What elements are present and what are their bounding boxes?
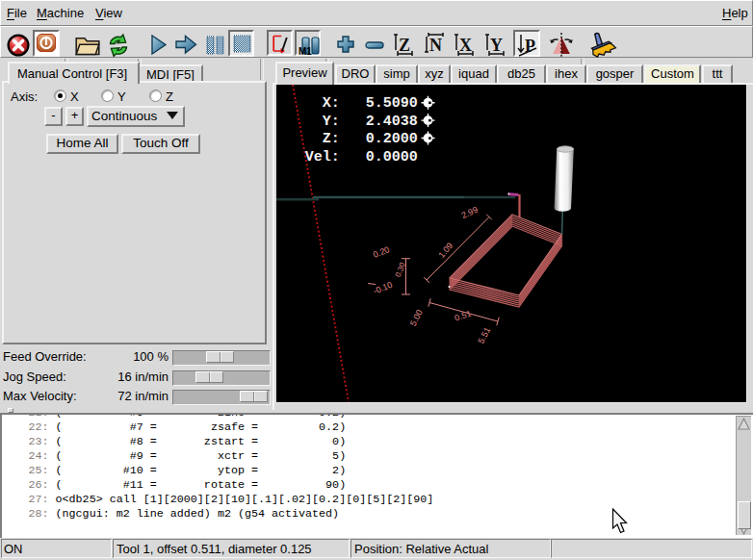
svg-text:5.51: 5.51 — [476, 326, 492, 345]
svg-text:X:: X: — [323, 95, 340, 112]
svg-text:0.30: 0.30 — [394, 261, 407, 278]
svg-text:0.20: 0.20 — [372, 244, 391, 260]
svg-text:5.5090: 5.5090 — [366, 95, 418, 112]
svg-text:0.51: 0.51 — [454, 309, 473, 323]
svg-text:1.09: 1.09 — [436, 241, 454, 260]
svg-text:X: X — [459, 36, 472, 55]
svg-text:0.0000: 0.0000 — [366, 149, 418, 165]
svg-text:Y: Y — [490, 36, 503, 55]
svg-text:M1: M1 — [299, 46, 312, 57]
svg-text:2.99: 2.99 — [460, 205, 480, 220]
svg-text:Z:: Z: — [323, 131, 340, 147]
svg-text:N: N — [429, 36, 442, 55]
svg-text:5.00: 5.00 — [408, 308, 425, 327]
svg-text:Vel:: Vel: — [305, 149, 340, 165]
svg-text:Y:: Y: — [323, 114, 340, 130]
svg-text:-0.10: -0.10 — [372, 280, 394, 296]
svg-text:2.4038: 2.4038 — [366, 114, 418, 130]
svg-text:0.2000: 0.2000 — [366, 131, 418, 147]
svg-text:P: P — [525, 37, 535, 56]
svg-text:Z: Z — [399, 36, 410, 55]
